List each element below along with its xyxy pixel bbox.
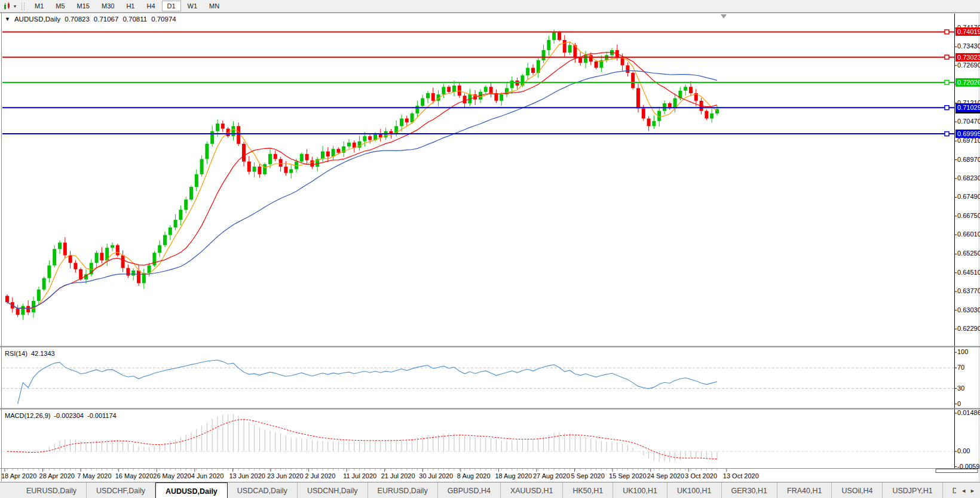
chart-tab-UK100-H1[interactable]: UK100,H1 [613, 482, 667, 498]
horizontal-line-0.72026[interactable] [2, 80, 954, 84]
chart-title-bar: ▼ AUDUSD,Daily 0.70823 0.71067 0.70811 0… [5, 16, 176, 23]
price-line-flag-0.71029[interactable]: 0.71029 [956, 103, 980, 112]
price-axis-tick: 0.65250 [957, 250, 980, 257]
chart-tab-USDCAD-Daily[interactable]: USDCAD,Daily [228, 482, 298, 498]
price-axis-tick: 0.70470 [957, 118, 980, 125]
price-line-flag-0.73023[interactable]: 0.73023 [956, 53, 980, 62]
timeframe-button-MN[interactable]: MN [204, 1, 225, 11]
date-axis-label: 11 Jul 2020 [343, 472, 376, 479]
macd-indicator-label: MACD(12,26,9) -0.002304 -0.001174 [5, 412, 117, 419]
horizontal-line-0.73023[interactable] [2, 55, 954, 59]
collapse-chart-icon[interactable]: ▼ [5, 16, 10, 22]
rsi-axis-tick: 70 [957, 364, 964, 371]
chart-tab-GER30-H1[interactable]: GER30,H1 [722, 482, 777, 498]
rsi-axis-tick: 100 [957, 348, 968, 355]
date-axis-label: 2 Jul 2020 [305, 472, 336, 479]
chart-tab-AUDUSD-Daily[interactable]: AUDUSD,Daily [155, 482, 228, 498]
timeframe-button-M1[interactable]: M1 [29, 1, 49, 11]
chart-tab-USOil-H4[interactable]: USOil,H4 [832, 482, 883, 498]
rsi-axis-tick: 30 [957, 385, 964, 392]
date-axis-label: 13 Jun 2020 [229, 472, 265, 479]
macd-main-value: -0.002304 [54, 412, 84, 419]
timeframe-button-M15[interactable]: M15 [72, 1, 95, 11]
price-axis-tick: 0.73430 [957, 42, 980, 50]
ohlc-low: 0.70811 [122, 16, 147, 23]
moving-average-medium [7, 53, 717, 309]
date-axis-label: 15 Sep 2020 [609, 472, 646, 479]
timeframe-button-M5[interactable]: M5 [50, 1, 70, 11]
horizontal-line-0.69995[interactable] [2, 132, 954, 136]
price-axis-tick: 0.66010 [957, 230, 980, 238]
chart-tab-GBPUSD-H4[interactable]: GBPUSD,H4 [438, 482, 501, 498]
macd-axis-tick: 0.00 [957, 447, 970, 454]
chart-tab-FRA40-H1[interactable]: FRA40,H1 [777, 482, 832, 498]
toolbar-separator [22, 2, 24, 10]
chart-tab-XAUUSD-H1[interactable]: XAUUSD,H1 [501, 482, 564, 498]
chart-tabs: EURUSD,DailyUSDCHF,DailyAUDUSD,DailyUSDC… [0, 482, 956, 498]
date-axis-label: 26 May 2020 [153, 472, 191, 479]
date-axis-label: 24 Sep 2020 [647, 472, 684, 479]
date-axis-label: 7 May 2020 [77, 472, 111, 479]
date-axis-label: 13 Oct 2020 [723, 472, 759, 479]
timeframe-button-H1[interactable]: H1 [121, 1, 140, 11]
macd-histogram [7, 414, 717, 462]
date-axis-label: 4 Jun 2020 [191, 472, 223, 479]
chart-symbol-title: AUDUSD,Daily [14, 16, 60, 23]
chart-tab-DJ30-Daily[interactable]: DJ30,Daily [943, 482, 957, 498]
date-axis-label: 18 Apr 2020 [1, 472, 36, 479]
macd-signal-value: -0.001174 [87, 412, 117, 419]
tabs-scroll-left-icon[interactable]: ◄ [961, 488, 966, 494]
chevron-down-icon[interactable]: ▾ [14, 4, 16, 9]
horizontal-line-0.71029[interactable] [2, 106, 954, 110]
macd-axis-tick: 0.014861 [957, 409, 980, 416]
price-axis-tick: 0.67490 [957, 193, 980, 200]
macd-signal-line [7, 420, 717, 459]
horizontal-line-0.74019[interactable] [2, 30, 954, 34]
price-line-flag-0.72026[interactable]: 0.72026 [956, 78, 980, 87]
price-axis-tick: 0.62290 [957, 325, 980, 332]
timeframe-button-D1[interactable]: D1 [162, 1, 181, 11]
chart-tab-USDJPY-H1[interactable]: USDJPY,H1 [883, 482, 942, 498]
rsi-name: RSI(14) [5, 350, 27, 357]
chart-tab-UK100-H1[interactable]: UK100,H1 [667, 482, 722, 498]
price-axis-tick: 0.63030 [957, 306, 980, 313]
chart-type-glyph [3, 2, 13, 10]
date-axis-label: 18 Aug 2020 [495, 472, 532, 479]
chart-tab-EURUSD-Daily[interactable]: EURUSD,Daily [17, 482, 87, 498]
top-toolbar: ▾ M1M5M15M30H1H4D1W1MN [0, 0, 980, 13]
date-axis-label: 27 Aug 2020 [533, 472, 570, 479]
timeframe-toolbar: M1M5M15M30H1H4D1W1MN [29, 1, 225, 11]
tab-navigation: ◄ ► [956, 482, 980, 498]
price-axis-tick: 0.68230 [957, 174, 980, 182]
rsi-line [18, 360, 717, 404]
timeframe-button-W1[interactable]: W1 [182, 1, 203, 11]
timeframe-button-M30[interactable]: M30 [96, 1, 120, 11]
date-axis-label: 30 Jul 2020 [419, 472, 453, 479]
date-axis-label: 21 Jul 2020 [381, 472, 415, 479]
timeframe-button-H4[interactable]: H4 [141, 1, 160, 11]
ohlc-close: 0.70974 [151, 16, 176, 23]
price-chart-canvas [0, 0, 980, 498]
chart-type-icon[interactable]: ▾ [0, 2, 19, 11]
date-axis-label: 23 Jun 2020 [267, 472, 304, 479]
tabs-scroll-right-icon[interactable]: ► [970, 488, 975, 494]
date-axis-label: 5 Sep 2020 [571, 472, 605, 479]
price-axis-tick: 0.66750 [957, 212, 980, 219]
chart-tab-EURUSD-Daily[interactable]: EURUSD,Daily [368, 482, 438, 498]
date-axis-label: 3 Oct 2020 [685, 472, 717, 479]
price-line-flag-0.74019[interactable]: 0.74019 [956, 27, 980, 36]
price-line-flag-0.69995[interactable]: 0.69995 [956, 130, 980, 138]
ohlc-high: 0.71067 [94, 16, 119, 23]
chart-tab-USDCHF-Daily[interactable]: USDCHF,Daily [87, 482, 155, 498]
rsi-axis-tick: 0 [957, 400, 961, 407]
rsi-indicator-label: RSI(14) 42.1343 [5, 350, 55, 357]
date-axis-label: 28 Apr 2020 [39, 472, 75, 479]
ohlc-open: 0.70823 [65, 16, 90, 23]
chart-tab-bar: EURUSD,DailyUSDCHF,DailyAUDUSD,DailyUSDC… [0, 482, 980, 498]
price-axis-tick: 0.68970 [957, 156, 980, 163]
price-axis-tick: 0.72690 [957, 62, 980, 69]
chart-shift-marker-icon[interactable] [721, 14, 727, 19]
moving-average-slow [7, 70, 717, 309]
chart-tab-USDCNH-Daily[interactable]: USDCNH,Daily [298, 482, 368, 498]
chart-tab-HK50-H1[interactable]: HK50,H1 [563, 482, 613, 498]
